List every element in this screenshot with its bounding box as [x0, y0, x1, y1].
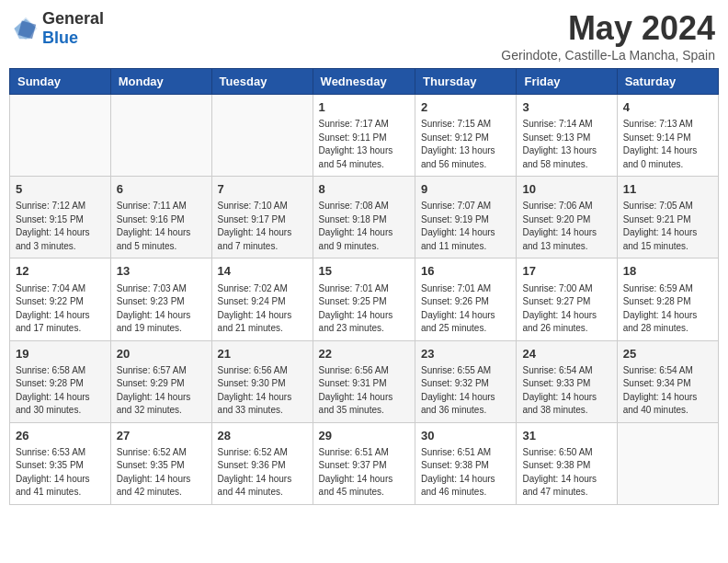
day-number: 4: [623, 99, 712, 116]
day-info: Sunrise: 7:13 AM Sunset: 9:14 PM Dayligh…: [623, 118, 712, 171]
day-number: 10: [522, 181, 610, 198]
day-cell: [211, 95, 313, 177]
day-cell: 27Sunrise: 6:52 AM Sunset: 9:35 PM Dayli…: [110, 422, 211, 504]
day-cell: 9Sunrise: 7:07 AM Sunset: 9:19 PM Daylig…: [415, 177, 517, 259]
day-info: Sunrise: 7:02 AM Sunset: 9:24 PM Dayligh…: [218, 282, 307, 336]
day-info: Sunrise: 7:05 AM Sunset: 9:21 PM Dayligh…: [623, 200, 712, 253]
day-info: Sunrise: 7:15 AM Sunset: 9:12 PM Dayligh…: [421, 118, 510, 171]
day-info: Sunrise: 6:55 AM Sunset: 9:32 PM Dayligh…: [421, 364, 510, 418]
day-cell: 13Sunrise: 7:03 AM Sunset: 9:23 PM Dayli…: [110, 259, 211, 340]
day-cell: 22Sunrise: 6:56 AM Sunset: 9:31 PM Dayli…: [313, 340, 415, 422]
day-cell: 14Sunrise: 7:02 AM Sunset: 9:24 PM Dayli…: [211, 259, 313, 340]
col-sunday: Sunday: [10, 69, 111, 95]
day-info: Sunrise: 7:03 AM Sunset: 9:23 PM Dayligh…: [117, 282, 206, 336]
col-thursday: Thursday: [415, 69, 517, 95]
day-info: Sunrise: 6:59 AM Sunset: 9:28 PM Dayligh…: [623, 282, 712, 336]
day-info: Sunrise: 6:52 AM Sunset: 9:35 PM Dayligh…: [117, 446, 206, 500]
logo-general: General: [42, 9, 104, 28]
day-number: 8: [319, 181, 409, 198]
day-number: 23: [421, 346, 510, 362]
day-cell: 31Sunrise: 6:50 AM Sunset: 9:38 PM Dayli…: [517, 422, 617, 504]
day-cell: 6Sunrise: 7:11 AM Sunset: 9:16 PM Daylig…: [110, 177, 211, 259]
page-header: General Blue May 2024 Gerindote, Castill…: [9, 9, 719, 63]
day-cell: 10Sunrise: 7:06 AM Sunset: 9:20 PM Dayli…: [517, 177, 617, 259]
day-number: 1: [319, 99, 409, 116]
day-number: 17: [522, 263, 610, 280]
week-row-3: 12Sunrise: 7:04 AM Sunset: 9:22 PM Dayli…: [10, 259, 719, 340]
day-cell: 12Sunrise: 7:04 AM Sunset: 9:22 PM Dayli…: [10, 259, 111, 340]
col-friday: Friday: [517, 69, 617, 95]
col-wednesday: Wednesday: [313, 69, 415, 95]
week-row-2: 5Sunrise: 7:12 AM Sunset: 9:15 PM Daylig…: [10, 177, 719, 259]
day-cell: 5Sunrise: 7:12 AM Sunset: 9:15 PM Daylig…: [10, 177, 111, 259]
col-monday: Monday: [110, 69, 211, 95]
day-cell: 11Sunrise: 7:05 AM Sunset: 9:21 PM Dayli…: [617, 177, 718, 259]
day-number: 28: [218, 428, 307, 444]
day-info: Sunrise: 6:51 AM Sunset: 9:38 PM Dayligh…: [421, 446, 510, 500]
day-cell: 7Sunrise: 7:10 AM Sunset: 9:17 PM Daylig…: [211, 177, 313, 259]
day-cell: 30Sunrise: 6:51 AM Sunset: 9:38 PM Dayli…: [415, 422, 517, 504]
day-number: 30: [421, 428, 510, 444]
day-info: Sunrise: 7:10 AM Sunset: 9:17 PM Dayligh…: [218, 200, 307, 253]
logo: General Blue: [13, 9, 104, 48]
day-cell: 21Sunrise: 6:56 AM Sunset: 9:30 PM Dayli…: [211, 340, 313, 422]
logo-icon: [13, 16, 39, 41]
day-cell: 28Sunrise: 6:52 AM Sunset: 9:36 PM Dayli…: [211, 422, 313, 504]
day-number: 18: [623, 263, 712, 280]
day-number: 5: [16, 181, 105, 198]
day-info: Sunrise: 6:56 AM Sunset: 9:31 PM Dayligh…: [319, 364, 409, 418]
day-cell: 20Sunrise: 6:57 AM Sunset: 9:29 PM Dayli…: [110, 340, 211, 422]
day-number: 22: [319, 346, 409, 362]
day-number: 7: [218, 181, 307, 198]
day-info: Sunrise: 7:06 AM Sunset: 9:20 PM Dayligh…: [522, 200, 610, 253]
day-info: Sunrise: 7:14 AM Sunset: 9:13 PM Dayligh…: [522, 118, 610, 171]
calendar-table: Sunday Monday Tuesday Wednesday Thursday…: [9, 68, 719, 505]
day-cell: 17Sunrise: 7:00 AM Sunset: 9:27 PM Dayli…: [517, 259, 617, 340]
day-info: Sunrise: 7:04 AM Sunset: 9:22 PM Dayligh…: [16, 282, 105, 336]
calendar-header-row: Sunday Monday Tuesday Wednesday Thursday…: [10, 69, 719, 95]
day-cell: 8Sunrise: 7:08 AM Sunset: 9:18 PM Daylig…: [313, 177, 415, 259]
col-saturday: Saturday: [617, 69, 718, 95]
day-cell: 29Sunrise: 6:51 AM Sunset: 9:37 PM Dayli…: [313, 422, 415, 504]
col-tuesday: Tuesday: [211, 69, 313, 95]
day-cell: 25Sunrise: 6:54 AM Sunset: 9:34 PM Dayli…: [617, 340, 718, 422]
day-cell: 1Sunrise: 7:17 AM Sunset: 9:11 PM Daylig…: [313, 95, 415, 177]
day-number: 9: [421, 181, 510, 198]
day-cell: 2Sunrise: 7:15 AM Sunset: 9:12 PM Daylig…: [415, 95, 517, 177]
day-info: Sunrise: 6:54 AM Sunset: 9:33 PM Dayligh…: [522, 364, 610, 418]
location-subtitle: Gerindote, Castille-La Mancha, Spain: [501, 48, 715, 63]
day-number: 16: [421, 263, 510, 280]
day-number: 11: [623, 181, 712, 198]
day-number: 29: [319, 428, 409, 444]
day-info: Sunrise: 7:17 AM Sunset: 9:11 PM Dayligh…: [319, 118, 409, 171]
day-cell: [110, 95, 211, 177]
day-info: Sunrise: 6:51 AM Sunset: 9:37 PM Dayligh…: [319, 446, 409, 500]
day-info: Sunrise: 7:12 AM Sunset: 9:15 PM Dayligh…: [16, 200, 105, 253]
day-info: Sunrise: 6:57 AM Sunset: 9:29 PM Dayligh…: [117, 364, 206, 418]
day-cell: 19Sunrise: 6:58 AM Sunset: 9:28 PM Dayli…: [10, 340, 111, 422]
day-cell: [617, 422, 718, 504]
day-cell: 15Sunrise: 7:01 AM Sunset: 9:25 PM Dayli…: [313, 259, 415, 340]
day-number: 3: [522, 99, 610, 116]
day-cell: 23Sunrise: 6:55 AM Sunset: 9:32 PM Dayli…: [415, 340, 517, 422]
day-info: Sunrise: 6:53 AM Sunset: 9:35 PM Dayligh…: [16, 446, 105, 500]
day-info: Sunrise: 6:52 AM Sunset: 9:36 PM Dayligh…: [218, 446, 307, 500]
title-block: May 2024 Gerindote, Castille-La Mancha, …: [501, 9, 715, 63]
day-cell: 26Sunrise: 6:53 AM Sunset: 9:35 PM Dayli…: [10, 422, 111, 504]
day-info: Sunrise: 7:01 AM Sunset: 9:25 PM Dayligh…: [319, 282, 409, 336]
day-number: 19: [16, 346, 105, 362]
day-number: 27: [117, 428, 206, 444]
day-number: 14: [218, 263, 307, 280]
day-info: Sunrise: 7:08 AM Sunset: 9:18 PM Dayligh…: [319, 200, 409, 253]
day-cell: 24Sunrise: 6:54 AM Sunset: 9:33 PM Dayli…: [517, 340, 617, 422]
day-info: Sunrise: 6:56 AM Sunset: 9:30 PM Dayligh…: [218, 364, 307, 418]
day-number: 15: [319, 263, 409, 280]
day-number: 25: [623, 346, 712, 362]
day-number: 26: [16, 428, 105, 444]
day-number: 20: [117, 346, 206, 362]
day-info: Sunrise: 7:11 AM Sunset: 9:16 PM Dayligh…: [117, 200, 206, 253]
day-number: 2: [421, 99, 510, 116]
day-cell: [10, 95, 111, 177]
week-row-5: 26Sunrise: 6:53 AM Sunset: 9:35 PM Dayli…: [10, 422, 719, 504]
logo-text: General Blue: [42, 9, 104, 48]
